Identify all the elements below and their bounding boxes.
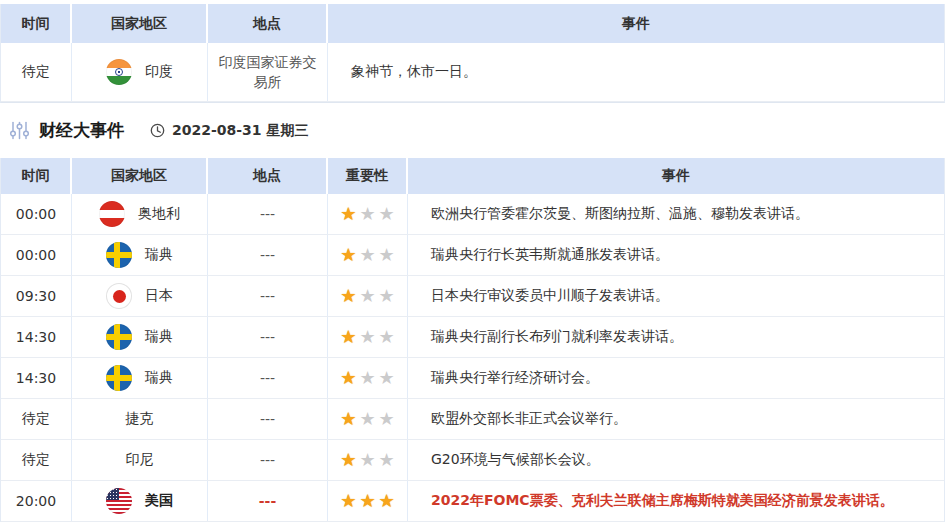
column-header-time: 时间 <box>1 4 72 43</box>
india-flag-icon <box>106 59 132 85</box>
column-header-time: 时间 <box>1 158 72 194</box>
importance-star-icon: ★ <box>379 205 395 223</box>
table-row[interactable]: 待定印度印度国家证券交易所象神节，休市一日。 <box>1 43 944 102</box>
austria-flag-icon <box>99 201 125 227</box>
table-row[interactable]: 20:00美国---★★★2022年FOMC票委、克利夫兰联储主席梅斯特就美国经… <box>1 481 944 522</box>
importance-cell: ★★★ <box>328 481 408 521</box>
column-header-importance: 重要性 <box>328 158 408 194</box>
importance-cell: ★★★ <box>328 276 408 316</box>
location-cell: --- <box>208 194 328 234</box>
section-header: 财经大事件 2022-08-31 星期三 <box>0 103 945 158</box>
importance-star-icon: ★ <box>340 205 356 223</box>
time-cell: 09:30 <box>1 276 72 316</box>
column-header-country: 国家地区 <box>72 4 208 43</box>
country-cell: 日本 <box>72 276 208 316</box>
holiday-table-body: 待定印度印度国家证券交易所象神节，休市一日。 <box>1 43 944 102</box>
importance-star-icon: ★ <box>379 287 395 305</box>
column-header-location: 地点 <box>208 158 328 194</box>
location-cell: --- <box>208 399 328 439</box>
country-name: 日本 <box>145 287 173 305</box>
importance-cell: ★★★ <box>328 194 408 234</box>
country-name: 瑞典 <box>145 369 173 387</box>
importance-star-icon: ★ <box>379 328 395 346</box>
table-row[interactable]: 00:00奥地利---★★★欧洲央行管委霍尔茨曼、斯图纳拉斯、温施、穆勒发表讲话… <box>1 194 944 235</box>
events-table: 时间 国家地区 地点 重要性 事件 00:00奥地利---★★★欧洲央行管委霍尔… <box>0 158 945 522</box>
events-table-header: 时间 国家地区 地点 重要性 事件 <box>1 158 944 194</box>
column-header-location: 地点 <box>208 4 328 43</box>
event-cell: G20环境与气候部长会议。 <box>408 440 944 480</box>
importance-star-icon: ★ <box>340 410 356 428</box>
event-cell: 瑞典央行举行经济研讨会。 <box>408 358 944 398</box>
table-row[interactable]: 14:30瑞典---★★★瑞典央行举行经济研讨会。 <box>1 358 944 399</box>
time-cell: 待定 <box>1 399 72 439</box>
country-cell: 奥地利 <box>72 194 208 234</box>
importance-star-icon: ★ <box>379 410 395 428</box>
importance-cell: ★★★ <box>328 235 408 275</box>
importance-star-icon: ★ <box>340 328 356 346</box>
country-name: 瑞典 <box>145 246 173 264</box>
event-cell: 瑞典央行副行长布列门就利率发表讲话。 <box>408 317 944 357</box>
importance-star-icon: ★ <box>340 246 356 264</box>
country-name: 捷克 <box>126 410 154 428</box>
event-cell: 瑞典央行行长英韦斯就通胀发表讲话。 <box>408 235 944 275</box>
time-cell: 14:30 <box>1 358 72 398</box>
event-cell: 2022年FOMC票委、克利夫兰联储主席梅斯特就美国经济前景发表讲话。 <box>408 481 944 521</box>
table-row[interactable]: 待定捷克---★★★欧盟外交部长非正式会议举行。 <box>1 399 944 440</box>
event-cell: 象神节，休市一日。 <box>328 43 944 101</box>
holiday-table: 时间 国家地区 地点 事件 待定印度印度国家证券交易所象神节，休市一日。 <box>0 4 945 103</box>
location-cell: --- <box>208 481 328 521</box>
table-row[interactable]: 09:30日本---★★★日本央行审议委员中川顺子发表讲话。 <box>1 276 944 317</box>
sweden-flag-icon <box>106 365 132 391</box>
economic-calendar-page: 时间 国家地区 地点 事件 待定印度印度国家证券交易所象神节，休市一日。 财经大… <box>0 0 945 523</box>
country-cell: 瑞典 <box>72 235 208 275</box>
sweden-flag-icon <box>106 242 132 268</box>
usa-flag-icon <box>106 488 132 514</box>
importance-star-icon: ★ <box>359 205 375 223</box>
location-cell: --- <box>208 440 328 480</box>
event-cell: 日本央行审议委员中川顺子发表讲话。 <box>408 276 944 316</box>
importance-cell: ★★★ <box>328 317 408 357</box>
importance-cell: ★★★ <box>328 440 408 480</box>
sliders-icon <box>9 120 30 141</box>
importance-cell: ★★★ <box>328 358 408 398</box>
column-header-country: 国家地区 <box>72 158 208 194</box>
location-cell: 印度国家证券交易所 <box>208 43 328 101</box>
column-header-event: 事件 <box>328 4 944 43</box>
importance-star-icon: ★ <box>340 492 356 510</box>
time-cell: 00:00 <box>1 194 72 234</box>
location-cell: --- <box>208 358 328 398</box>
location-cell: --- <box>208 276 328 316</box>
country-cell: 瑞典 <box>72 358 208 398</box>
importance-star-icon: ★ <box>379 451 395 469</box>
country-name: 印度 <box>145 63 173 81</box>
time-cell: 00:00 <box>1 235 72 275</box>
importance-star-icon: ★ <box>379 492 395 510</box>
country-cell: 瑞典 <box>72 317 208 357</box>
sweden-flag-icon <box>106 324 132 350</box>
country-cell: 捷克 <box>72 399 208 439</box>
importance-cell: ★★★ <box>328 399 408 439</box>
time-cell: 待定 <box>1 43 72 101</box>
country-cell: 美国 <box>72 481 208 521</box>
section-date: 2022-08-31 星期三 <box>172 122 308 140</box>
table-row[interactable]: 14:30瑞典---★★★瑞典央行副行长布列门就利率发表讲话。 <box>1 317 944 358</box>
importance-star-icon: ★ <box>340 287 356 305</box>
importance-star-icon: ★ <box>379 369 395 387</box>
column-header-event: 事件 <box>408 158 944 194</box>
event-cell: 欧盟外交部长非正式会议举行。 <box>408 399 944 439</box>
importance-star-icon: ★ <box>340 451 356 469</box>
table-row[interactable]: 待定印尼---★★★G20环境与气候部长会议。 <box>1 440 944 481</box>
country-name: 奥地利 <box>138 205 180 223</box>
location-cell: --- <box>208 235 328 275</box>
importance-star-icon: ★ <box>379 246 395 264</box>
importance-star-icon: ★ <box>359 369 375 387</box>
country-cell: 印度 <box>72 43 208 101</box>
country-name: 美国 <box>145 492 173 510</box>
importance-star-icon: ★ <box>359 451 375 469</box>
events-table-body: 00:00奥地利---★★★欧洲央行管委霍尔茨曼、斯图纳拉斯、温施、穆勒发表讲话… <box>1 194 944 522</box>
importance-star-icon: ★ <box>359 246 375 264</box>
importance-star-icon: ★ <box>359 328 375 346</box>
time-cell: 20:00 <box>1 481 72 521</box>
table-row[interactable]: 00:00瑞典---★★★瑞典央行行长英韦斯就通胀发表讲话。 <box>1 235 944 276</box>
importance-star-icon: ★ <box>340 369 356 387</box>
